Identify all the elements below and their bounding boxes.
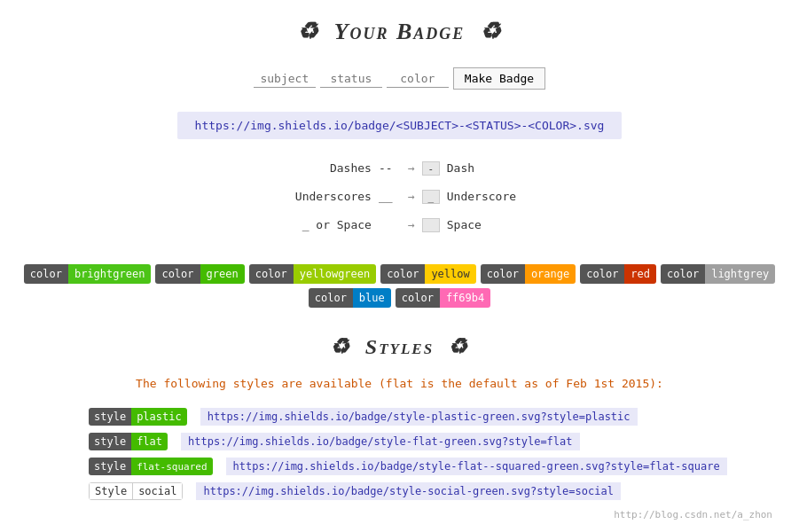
styles-icon-right: ♻ (448, 335, 469, 358)
style-row-flat: style flat https://img.shields.io/badge/… (89, 433, 781, 450)
styles-title-section: ♻ Styles ♻ (18, 334, 781, 359)
badge-ff69b4[interactable]: color ff69b4 (396, 288, 490, 308)
style-row-plastic: style plastic https://img.shields.io/bad… (89, 408, 781, 426)
status-input[interactable] (320, 70, 382, 88)
space-label: _ or Space (283, 214, 372, 237)
styles-list: style plastic https://img.shields.io/bad… (18, 408, 781, 500)
badge-lightgrey[interactable]: color lightgrey (661, 264, 775, 284)
badge-orange[interactable]: color orange (481, 264, 576, 284)
subject-input[interactable] (254, 70, 316, 88)
make-badge-button[interactable]: Make Badge (453, 67, 545, 90)
url-box: https://img.shields.io/badge/<SUBJECT>-<… (18, 112, 781, 139)
badge-form: Make Badge (18, 67, 781, 90)
color-input[interactable] (387, 70, 449, 88)
dashes-box: - (422, 161, 440, 176)
style-badge-plastic[interactable]: style plastic (89, 408, 187, 426)
dashes-row-1: Dashes -- → - Dash (283, 157, 516, 180)
underscores-arrow: → (408, 185, 415, 208)
watermark: http://blog.csdn.net/a_zhon (18, 509, 781, 520)
space-result: Space (447, 214, 482, 237)
dashes-result: Dash (447, 157, 474, 180)
style-badge-flat[interactable]: style flat (89, 433, 168, 450)
style-url-flat: https://img.shields.io/badge/style-flat-… (181, 433, 579, 450)
url-display: https://img.shields.io/badge/<SUBJECT>-<… (177, 112, 623, 139)
title-section: ♻ Your Badge ♻ (18, 18, 781, 45)
dashes-label: Dashes (283, 157, 372, 180)
dashes-sym: -- (379, 157, 401, 180)
page-title: Your Badge (334, 19, 466, 44)
color-badges-container: color brightgreen color green color yell… (18, 264, 781, 308)
space-box (422, 218, 440, 232)
style-url-plastic: https://img.shields.io/badge/style-plast… (200, 408, 638, 426)
badge-yellow[interactable]: color yellow (380, 264, 475, 284)
dashes-arrow: → (408, 157, 415, 180)
style-badge-social[interactable]: Style social (89, 482, 183, 500)
badge-red[interactable]: color red (580, 264, 656, 284)
styles-heading: Styles (365, 335, 434, 358)
underscores-result: Underscore (447, 185, 516, 208)
badge-green[interactable]: color green (155, 264, 244, 284)
underscores-box: _ (422, 190, 440, 204)
badge-yellowgreen[interactable]: color yellowgreen (249, 264, 377, 284)
badge-blue[interactable]: color blue (309, 288, 391, 308)
style-badge-flat-squared[interactable]: style flat-squared (89, 458, 213, 475)
underscores-label: Underscores (283, 185, 372, 208)
style-row-social: Style social https://img.shields.io/badg… (89, 482, 781, 500)
title-icon-left: ♻ (297, 19, 319, 44)
style-row-flat-squared: style flat-squared https://img.shields.i… (89, 458, 781, 475)
styles-icon-left: ♻ (330, 335, 351, 358)
title-icon-right: ♻ (480, 19, 502, 44)
space-row: _ or Space → Space (283, 214, 516, 237)
badge-brightgreen[interactable]: color brightgreen (24, 264, 152, 284)
styles-description: The following styles are available (flat… (18, 377, 781, 390)
underscores-row: Underscores __ → _ Underscore (283, 185, 516, 208)
style-url-social: https://img.shields.io/badge/style-socia… (196, 482, 620, 500)
dashes-section: Dashes -- → - Dash Underscores __ → _ Un… (18, 157, 781, 242)
space-arrow: → (408, 214, 415, 237)
style-url-flat-squared: https://img.shields.io/badge/style-flat-… (226, 458, 727, 475)
underscores-sym: __ (379, 185, 401, 208)
